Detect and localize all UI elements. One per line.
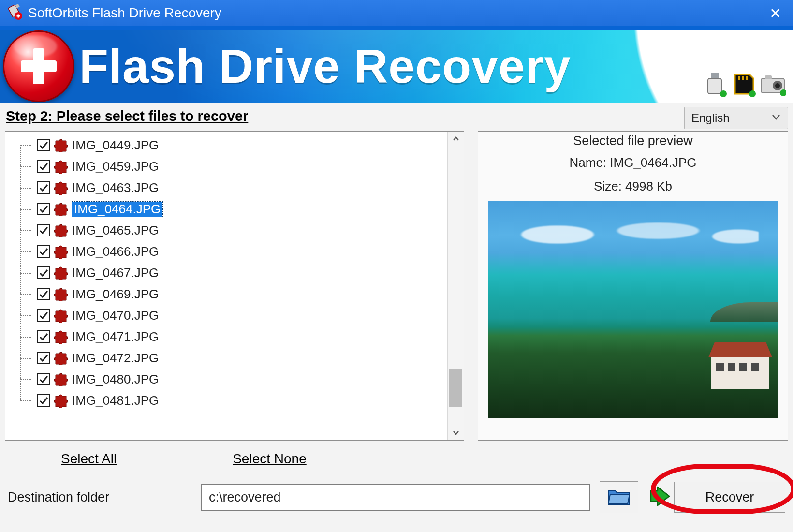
- destination-input[interactable]: c:\recovered: [201, 484, 590, 511]
- tree-connector: [14, 390, 33, 411]
- preview-header: Selected file preview: [573, 133, 693, 148]
- file-name: IMG_0466.JPG: [72, 244, 159, 259]
- file-item[interactable]: IMG_0481.JPG: [14, 390, 447, 411]
- preview-image: [488, 201, 778, 418]
- preview-name: Name: IMG_0464.JPG: [570, 155, 697, 170]
- file-checkbox[interactable]: [37, 203, 50, 215]
- file-item[interactable]: IMG_0465.JPG: [14, 220, 447, 241]
- file-item[interactable]: IMG_0464.JPG: [14, 198, 447, 220]
- preview-size: Size: 4998 Kb: [594, 179, 672, 194]
- recover-button[interactable]: Recover: [674, 482, 785, 513]
- scroll-up-icon[interactable]: [448, 132, 464, 146]
- svg-rect-4: [18, 15, 19, 18]
- file-type-icon: [54, 138, 68, 152]
- file-checkbox[interactable]: [37, 160, 50, 173]
- svg-point-17: [775, 83, 780, 88]
- chevron-down-icon: [771, 111, 781, 125]
- file-name: IMG_0470.JPG: [72, 308, 159, 323]
- file-type-icon: [54, 266, 68, 280]
- file-checkbox[interactable]: [37, 266, 50, 279]
- tree-connector: [14, 241, 33, 262]
- file-checkbox[interactable]: [37, 373, 50, 385]
- tree-connector: [14, 134, 33, 156]
- file-checkbox[interactable]: [37, 181, 50, 194]
- recover-arrow-icon: [649, 485, 671, 509]
- file-type-icon: [54, 202, 68, 216]
- file-type-icon: [54, 244, 68, 259]
- svg-rect-10: [738, 76, 740, 80]
- file-item[interactable]: IMG_0467.JPG: [14, 262, 447, 283]
- usb-device-icon: [701, 71, 728, 100]
- file-checkbox[interactable]: [37, 352, 50, 364]
- svg-rect-15: [765, 75, 772, 79]
- svg-rect-12: [746, 76, 748, 80]
- file-type-icon: [54, 159, 68, 174]
- file-type-icon: [54, 372, 68, 386]
- file-item[interactable]: IMG_0471.JPG: [14, 326, 447, 347]
- tree-connector: [14, 369, 33, 390]
- tree-connector: [14, 326, 33, 347]
- recovery-plus-icon: [3, 30, 74, 102]
- file-type-icon: [54, 287, 68, 301]
- file-checkbox[interactable]: [37, 309, 50, 322]
- file-item[interactable]: IMG_0459.JPG: [14, 156, 447, 177]
- window-title: SoftOrbits Flash Drive Recovery: [28, 5, 221, 21]
- file-item[interactable]: IMG_0469.JPG: [14, 283, 447, 305]
- file-checkbox[interactable]: [37, 139, 50, 151]
- preview-panel: Selected file preview Name: IMG_0464.JPG…: [478, 131, 788, 441]
- file-name: IMG_0463.JPG: [72, 180, 159, 195]
- file-item[interactable]: IMG_0472.JPG: [14, 347, 447, 369]
- file-item[interactable]: IMG_0480.JPG: [14, 369, 447, 390]
- file-name: IMG_0459.JPG: [72, 159, 159, 174]
- select-all-link[interactable]: Select All: [61, 451, 117, 467]
- file-name: IMG_0480.JPG: [72, 372, 159, 387]
- file-type-icon: [54, 351, 68, 365]
- file-name: IMG_0471.JPG: [72, 329, 159, 344]
- file-name: IMG_0467.JPG: [72, 266, 159, 281]
- destination-label: Destination folder: [8, 490, 191, 505]
- tree-connector: [14, 177, 33, 198]
- svg-point-9: [720, 90, 727, 97]
- tree-connector: [14, 220, 33, 241]
- tree-connector: [14, 305, 33, 326]
- file-name: IMG_0464.JPG: [72, 202, 162, 217]
- language-dropdown[interactable]: English: [684, 107, 788, 129]
- file-checkbox[interactable]: [37, 330, 50, 343]
- scroll-down-icon[interactable]: [448, 426, 464, 440]
- tree-connector: [14, 283, 33, 305]
- titlebar: SoftOrbits Flash Drive Recovery ✕: [0, 0, 793, 26]
- app-banner: Flash Drive Recovery: [0, 30, 793, 103]
- step-heading: Step 2: Please select files to recover: [5, 106, 248, 129]
- select-none-link[interactable]: Select None: [233, 451, 307, 467]
- tree-connector: [14, 198, 33, 220]
- camera-icon: [759, 71, 786, 100]
- file-item[interactable]: IMG_0466.JPG: [14, 241, 447, 262]
- file-checkbox[interactable]: [37, 245, 50, 258]
- svg-rect-6: [21, 60, 57, 72]
- tree-connector: [14, 262, 33, 283]
- app-title: Flash Drive Recovery: [79, 43, 571, 90]
- tree-connector: [14, 347, 33, 369]
- file-item[interactable]: IMG_0470.JPG: [14, 305, 447, 326]
- tree-connector: [14, 156, 33, 177]
- file-checkbox[interactable]: [37, 288, 50, 300]
- language-selected: English: [691, 111, 730, 125]
- folder-icon: [607, 487, 631, 508]
- sd-card-icon: [730, 71, 757, 100]
- browse-folder-button[interactable]: [600, 481, 638, 513]
- file-name: IMG_0469.JPG: [72, 287, 159, 302]
- file-item[interactable]: IMG_0463.JPG: [14, 177, 447, 198]
- file-checkbox[interactable]: [37, 394, 50, 407]
- file-name: IMG_0481.JPG: [72, 393, 159, 408]
- file-checkbox[interactable]: [37, 224, 50, 236]
- close-button[interactable]: ✕: [769, 5, 781, 22]
- usb-drive-icon: [8, 4, 23, 22]
- scrollbar-v[interactable]: [447, 132, 464, 440]
- file-item[interactable]: IMG_0449.JPG: [14, 134, 447, 156]
- scrollbar-thumb[interactable]: [449, 369, 462, 407]
- file-name: IMG_0465.JPG: [72, 223, 159, 238]
- file-name: IMG_0472.JPG: [72, 351, 159, 366]
- file-type-icon: [54, 308, 68, 323]
- svg-rect-8: [708, 78, 721, 94]
- file-list[interactable]: IMG_0449.JPGIMG_0459.JPGIMG_0463.JPGIMG_…: [5, 131, 464, 441]
